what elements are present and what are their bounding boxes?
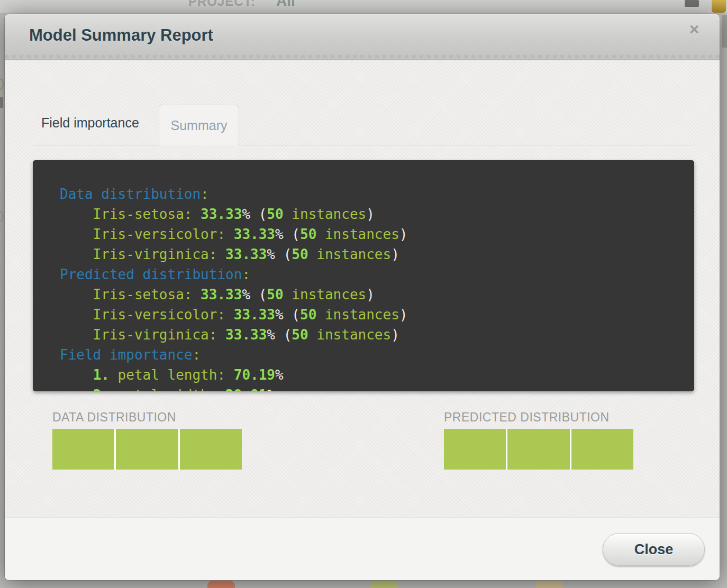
distribution-bar-segment (507, 429, 569, 470)
predicted-distribution-bars (444, 429, 633, 470)
model-summary-modal: Model Summary Report × Field importance … (5, 14, 720, 580)
background-fragment (0, 78, 4, 90)
close-icon[interactable]: × (685, 20, 704, 39)
data-distribution-bars (52, 429, 242, 470)
background-fragment (722, 15, 727, 48)
modal-body: Field importance Summary Data distributi… (5, 60, 720, 517)
distribution-bar-segment (571, 429, 633, 470)
background-fragment (370, 581, 398, 588)
predicted-distribution-label: PREDICTED DISTRIBUTION (444, 410, 610, 425)
tab-summary[interactable]: Summary (159, 105, 239, 145)
background-fragment (0, 97, 3, 108)
distribution-bar-segment (116, 429, 178, 470)
close-button[interactable]: Close (603, 533, 705, 566)
background-dark-icon (685, 0, 699, 7)
distribution-bar-segment (52, 429, 114, 470)
background-top-bar: PROJECT: All (0, 0, 727, 13)
background-fragment (535, 581, 563, 588)
background-fragment (0, 210, 4, 222)
tab-divider (33, 145, 694, 145)
background-gold-icon (712, 0, 726, 13)
summary-report-code[interactable]: Data distribution: Iris-setosa: 33.33% (… (33, 160, 694, 391)
tab-field-importance[interactable]: Field importance (41, 115, 139, 131)
background-fragment (207, 581, 235, 588)
project-label: PROJECT: (188, 0, 256, 9)
distribution-bar-segment (444, 429, 506, 470)
modal-footer: Close (5, 517, 720, 580)
screen: PROJECT: All Model Summary Report × Fiel… (0, 0, 727, 588)
distribution-bar-segment (180, 429, 242, 470)
modal-header: Model Summary Report × (5, 14, 720, 60)
project-value: All (276, 0, 295, 10)
data-distribution-label: DATA DISTRIBUTION (52, 410, 176, 425)
page-title: Model Summary Report (29, 26, 213, 45)
